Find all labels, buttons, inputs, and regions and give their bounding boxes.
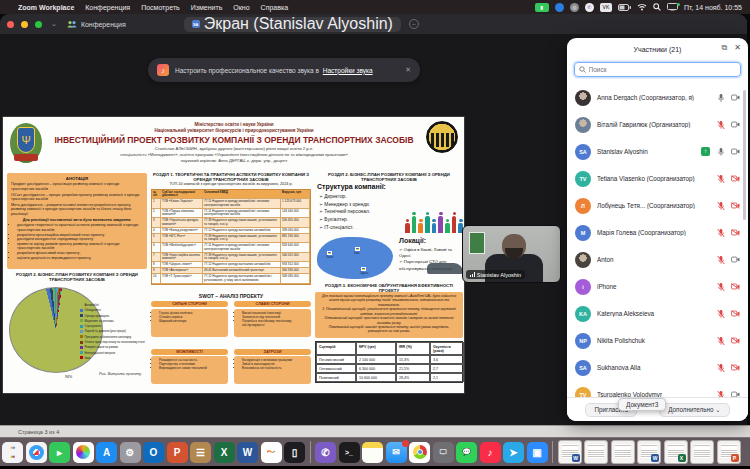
zoom-window-button[interactable] (35, 21, 42, 28)
chevron-down-icon[interactable]: ⌄ (51, 20, 57, 28)
scrollbar-thumb[interactable] (743, 90, 746, 220)
minimized-document[interactable] (611, 440, 635, 464)
camera-off-icon[interactable] (731, 202, 740, 209)
audio-settings-link[interactable]: Настройки звука (323, 67, 373, 74)
dock-excel-icon[interactable]: X (214, 442, 235, 463)
dock-screen-sharing-icon[interactable]: 🖵 (433, 442, 454, 463)
mic-muted-icon[interactable] (717, 255, 725, 265)
close-window-button[interactable] (7, 21, 14, 28)
dock-launchpad-icon[interactable]: ▪▪▪▪ (2, 442, 23, 463)
dock-messages-icon[interactable]: 💬 (456, 442, 477, 463)
menu-item-1[interactable]: Конференция (85, 4, 130, 11)
vk-status-icon[interactable]: VK (600, 3, 612, 12)
dock-powerpoint-icon[interactable]: P (167, 442, 188, 463)
camera-icon[interactable] (731, 94, 740, 101)
menu-item-0[interactable]: Zoom Workplace (18, 4, 74, 11)
tab-options-icon[interactable]: – (409, 19, 419, 29)
dock-app-store-icon[interactable]: A (96, 442, 117, 463)
participant-row[interactable]: iiPhone (567, 273, 748, 300)
clock[interactable]: Пт, 14 нояб. 10:55 (684, 4, 742, 11)
camera-off-icon[interactable] (731, 283, 740, 290)
participant-row[interactable]: Anna Dergach (Соорганизатор, я) (567, 84, 748, 111)
app-status-icon[interactable] (555, 3, 564, 12)
participant-row[interactable]: Anton (567, 246, 748, 273)
dock-zoom-icon[interactable]: ▣ (527, 442, 548, 463)
participant-row[interactable]: KAKateryna Alekseieva (567, 300, 748, 327)
dock-music-icon[interactable]: ♪ (480, 442, 501, 463)
minimized-presentation[interactable]: P (717, 440, 741, 464)
video-thumbnail[interactable]: Stanislav Alyoshin (462, 225, 561, 283)
gray-status-icon[interactable]: ◎ (570, 3, 579, 12)
avatar: SA (575, 144, 591, 160)
camera-off-icon[interactable] (731, 175, 740, 182)
camera-off-icon[interactable] (731, 310, 740, 317)
camera-icon[interactable] (731, 256, 740, 263)
menu-item-5[interactable]: Справка (261, 4, 288, 11)
mic-muted-icon[interactable] (717, 309, 725, 319)
pop-out-icon[interactable]: ⧉ (722, 44, 728, 52)
mic-icon[interactable] (717, 93, 725, 103)
tab-conference[interactable]: Конференция (67, 20, 126, 28)
participant-row[interactable]: ММарія Голева (Соорганизатор) (567, 219, 748, 246)
section2-left-heading: РОЗДІЛ 2. БІЗНЕС-ПЛАН РОЗВИТКУ КОМПАНІЇ … (7, 272, 147, 282)
tab-screen-share[interactable]: SA Экран (Stanislav Alyoshin) (184, 17, 401, 32)
banner-close-icon[interactable]: ✕ (405, 66, 411, 74)
poster-author: Станіслав АЛЬОШИН, здобувач другого (маг… (48, 146, 420, 151)
minimize-window-button[interactable] (21, 21, 28, 28)
dock-facetime-icon[interactable]: ▸ (49, 442, 70, 463)
dock-iphone-mirroring-icon[interactable]: ▯ (284, 442, 305, 463)
participant-row[interactable]: SASukhanova Alla (567, 354, 748, 381)
minimized-document[interactable] (584, 440, 608, 464)
dock-telegram-icon[interactable]: ➤ (503, 442, 524, 463)
camera-off-icon[interactable] (731, 364, 740, 371)
menu-item-4[interactable]: Окно (233, 4, 249, 11)
map-flag-marker (361, 267, 366, 271)
camera-off-icon[interactable] (731, 337, 740, 344)
dock-outlook-icon[interactable]: O (143, 442, 164, 463)
participant-row[interactable]: Віталій Гаврилюк (Организатор) (567, 111, 748, 138)
camera-icon[interactable] (731, 121, 740, 128)
menu-item-2[interactable]: Посмотреть (141, 4, 180, 11)
minimized-document3[interactable]: W (637, 440, 661, 464)
participant-row[interactable]: ЛЛобунець Тетя... (Соорганизатор) (567, 192, 748, 219)
dock-viber-icon[interactable]: ✆ (315, 442, 336, 463)
dock-photos-icon[interactable] (73, 442, 94, 463)
menu-item-3[interactable]: Изменить (191, 4, 223, 11)
dock-system-settings-icon[interactable]: ⚙ (120, 442, 141, 463)
mic-muted-icon[interactable] (717, 174, 725, 184)
mic-muted-icon[interactable] (717, 120, 725, 130)
mic-muted-icon[interactable] (717, 201, 725, 211)
participant-search-box[interactable] (574, 62, 741, 77)
more-button[interactable]: Дополнительно ⌄ (659, 403, 729, 417)
mic-muted-icon[interactable] (717, 228, 725, 238)
camera-icon[interactable] (731, 148, 740, 155)
dock-word-icon[interactable]: W (237, 442, 258, 463)
participant-row[interactable]: TVTetiana Vlasenko (Соорганизатор) (567, 165, 748, 192)
participant-row[interactable]: TVTsurpalenko Volodymyr (567, 381, 748, 398)
search-input[interactable] (589, 66, 736, 73)
mic-icon[interactable] (717, 147, 725, 157)
dock-safari-icon[interactable]: ◢ (26, 442, 47, 463)
minimized-spreadsheet[interactable]: X (664, 440, 688, 464)
spotlight-search-icon[interactable] (653, 3, 661, 11)
camera-off-icon[interactable] (731, 229, 740, 236)
minimized-word-file[interactable]: W (558, 440, 582, 464)
participant-row[interactable]: SAStanislav Alyoshin↑ (567, 138, 748, 165)
minimized-document[interactable] (690, 440, 714, 464)
close-panel-icon[interactable]: ✕ (734, 44, 741, 52)
audio-note-icon: ♪ (157, 64, 169, 76)
dock-contacts-icon[interactable]: ☰ (190, 442, 211, 463)
dock-notes-icon[interactable] (362, 442, 383, 463)
zoom-camera-status-icon[interactable]: ▮ (535, 3, 549, 12)
dock-mail-icon[interactable]: ✉ (386, 442, 407, 463)
wifi-icon[interactable] (637, 3, 647, 11)
screen-mirroring-icon[interactable] (667, 3, 678, 12)
mic-muted-icon[interactable] (717, 363, 725, 373)
participant-row[interactable]: NPNikita Polishchuk (567, 327, 748, 354)
mic-muted-icon[interactable] (717, 336, 725, 346)
dock-terminal-icon[interactable]: >_ (339, 442, 360, 463)
dock-chrome-icon[interactable] (409, 442, 430, 463)
dock-freeform-icon[interactable]: 〜 (261, 442, 282, 463)
viber-status-icon[interactable]: ✆ (585, 3, 594, 12)
mic-muted-icon[interactable] (717, 282, 725, 292)
